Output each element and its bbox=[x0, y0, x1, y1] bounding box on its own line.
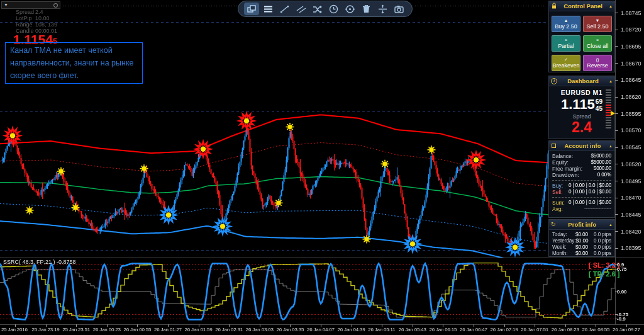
price-axis-label: 1.08520 bbox=[621, 161, 641, 168]
price-axis-label: 1.08445 bbox=[621, 212, 641, 218]
account-row: Free margin:5000.00 bbox=[552, 166, 611, 172]
price-axis-label: 1.08570 bbox=[621, 127, 641, 133]
profit-row-usd: $0.00 bbox=[575, 251, 588, 257]
collapse-panel-icon[interactable]: ▲ bbox=[609, 144, 613, 148]
trend-line-icon[interactable] bbox=[277, 3, 292, 15]
profit-rows: Today:$0.000.0 pipsYesterday:$0.000.0 pi… bbox=[549, 230, 614, 257]
separator bbox=[552, 180, 611, 181]
account-row-value: $5000.00 bbox=[591, 159, 611, 166]
time-axis-label: 26 Jan 03:03 bbox=[246, 327, 274, 332]
refresh-icon: ↻ bbox=[551, 222, 556, 227]
dashboard-header[interactable]: i Dashboard ▲ bbox=[549, 76, 614, 86]
profit-info-header[interactable]: ↻ Profit info ▲ bbox=[549, 220, 614, 230]
cycle-icon[interactable] bbox=[342, 3, 357, 15]
profit-row-usd: $0.00 bbox=[575, 232, 588, 238]
time-axis-label: 25 Jan 2016 bbox=[1, 327, 28, 332]
account-row-label: Sell: bbox=[552, 189, 563, 195]
time-axis-label: 26 Jan 07:51 bbox=[521, 327, 548, 332]
trash-icon[interactable] bbox=[358, 3, 374, 15]
account-rows: Balance:$5000.00Equity:$5000.00Free marg… bbox=[549, 151, 614, 212]
profit-row: Yesterday:$0.000.0 pips bbox=[552, 238, 611, 244]
price-axis-label: 1.08420 bbox=[621, 229, 641, 235]
account-row-value: 0 | 0.00 | 0.0 | $0.00 bbox=[569, 189, 611, 195]
profit-row-usd: $0.00 bbox=[575, 238, 588, 244]
account-info-title: Account info bbox=[557, 142, 609, 149]
control-panel-header[interactable]: Control Panel ▲ bbox=[549, 1, 614, 11]
price-axis-label: 1.08495 bbox=[621, 178, 641, 185]
button-label: Breakeven bbox=[552, 62, 579, 69]
camera-icon[interactable] bbox=[391, 3, 406, 15]
info-icon: i bbox=[551, 78, 557, 84]
price-axis-label: 1.08695 bbox=[621, 43, 641, 50]
profit-info-title: Profit info bbox=[556, 221, 609, 228]
time-axis-label: 26 Jan 01:27 bbox=[154, 327, 182, 332]
collapse-panel-icon[interactable]: ▲ bbox=[609, 79, 613, 83]
account-row-label: Sum: bbox=[552, 200, 565, 206]
price-axis-label: 1.08620 bbox=[621, 94, 641, 100]
menu-lines-icon[interactable] bbox=[260, 3, 275, 15]
collapse-panel-icon[interactable]: ▲ bbox=[609, 223, 613, 227]
clock-icon[interactable] bbox=[326, 3, 341, 15]
take-profit-label: [ TP: 2.6 ] bbox=[589, 270, 620, 278]
market-info-label: Range bbox=[16, 21, 35, 28]
annotation-box[interactable]: Канал ТМА не имеет четкой направленности… bbox=[5, 42, 143, 84]
account-row-label: Buy: bbox=[552, 183, 563, 189]
stop-loss-label: [ SL: 3.2 ] bbox=[589, 261, 620, 269]
time-axis-label: 26 Jan 08:55 bbox=[582, 327, 609, 332]
button-label: Reverse bbox=[587, 62, 608, 69]
account-row-value: 0 | 0.00 | 0.0 | $0.00 bbox=[569, 200, 611, 206]
account-row: Buy:0 | 0.00 | 0.0 | $0.00 bbox=[552, 183, 611, 189]
dashboard-title: Dashboard bbox=[557, 77, 609, 84]
buy-2-50-button[interactable]: ▲Buy 2.50 bbox=[552, 16, 580, 32]
account-info-panel: Account info ▲ Balance:$5000.00Equity:$5… bbox=[548, 140, 615, 218]
account-row-label: Avg: bbox=[552, 206, 563, 212]
account-row: Sum:0 | 0.00 | 0.0 | $0.00 bbox=[552, 200, 611, 206]
market-info: Spread2.4LotPip10.00Range108, 139Candle0… bbox=[16, 9, 57, 34]
cascade-windows-icon[interactable] bbox=[244, 3, 259, 15]
price-pips-low: 45 bbox=[596, 105, 602, 112]
separator bbox=[552, 197, 611, 198]
button-label: Close all bbox=[587, 43, 609, 49]
account-row-value: $5000.00 bbox=[591, 153, 611, 159]
lock-icon bbox=[551, 3, 557, 9]
breakeven-button[interactable]: ✓Breakeven bbox=[552, 55, 580, 71]
close-all-button[interactable]: ×Close all bbox=[583, 35, 612, 52]
time-axis-label: 26 Jan 04:07 bbox=[307, 327, 335, 332]
time-axis-label: 26 Jan 07:19 bbox=[491, 327, 518, 332]
market-info-label: Spread bbox=[16, 9, 35, 15]
square-icon bbox=[552, 144, 556, 148]
sell-2-50-button[interactable]: ▼Sell 2.50 bbox=[583, 16, 612, 32]
time-axis-label: 26 Jan 00:23 bbox=[93, 327, 121, 332]
price-axis-label: 1.08545 bbox=[621, 144, 641, 150]
account-info-header[interactable]: Account info ▲ bbox=[549, 141, 614, 151]
market-info-label: LotPip bbox=[16, 15, 35, 21]
button-label: Buy 2.50 bbox=[555, 23, 577, 30]
account-row: Avg:----------------- bbox=[552, 206, 611, 212]
fib-split-icon[interactable] bbox=[375, 3, 390, 15]
price-axis-label: 1.08645 bbox=[621, 77, 641, 83]
button-label: Partial bbox=[558, 43, 574, 49]
channel-icon[interactable] bbox=[293, 3, 308, 15]
profit-row-pips: 0.0 pips bbox=[588, 232, 611, 238]
account-row-value: 5000.00 bbox=[594, 166, 611, 172]
control-panel: Control Panel ▲ ▲Buy 2.50▼Sell 2.50×Part… bbox=[548, 1, 615, 72]
account-row-label: Drawdown: bbox=[552, 172, 579, 178]
oscillator-axis-label: 0.75 bbox=[617, 266, 627, 272]
collapse-arrow-icon[interactable]: ▼ bbox=[4, 2, 8, 8]
chart-toolbar bbox=[238, 1, 413, 17]
reverse-button[interactable]: ()Reverse bbox=[583, 55, 612, 71]
button-glyph: ▼ bbox=[596, 18, 600, 23]
time-axis-label: 26 Jan 03:35 bbox=[276, 327, 304, 332]
account-row: Equity:$5000.00 bbox=[552, 159, 611, 166]
shuffle-icon[interactable] bbox=[309, 3, 325, 15]
control-panel-buttons: ▲Buy 2.50▼Sell 2.50×Partial×Close all✓Br… bbox=[549, 11, 614, 76]
price-pips-high: 69 bbox=[596, 98, 602, 105]
oscillator-axis-label: 0.00 bbox=[617, 289, 627, 295]
profit-row-label: Week: bbox=[552, 244, 567, 251]
partial-button[interactable]: ×Partial bbox=[552, 35, 580, 52]
time-axis-label: 26 Jan 02:31 bbox=[215, 327, 243, 332]
time-axis-label: 26 Jan 06:47 bbox=[460, 327, 487, 332]
time-axis-label: 26 Jan 08:23 bbox=[552, 327, 579, 332]
collapse-panel-icon[interactable]: ▲ bbox=[609, 4, 613, 8]
minimized-indicator-bar[interactable]: ▼ bbox=[1, 1, 60, 9]
